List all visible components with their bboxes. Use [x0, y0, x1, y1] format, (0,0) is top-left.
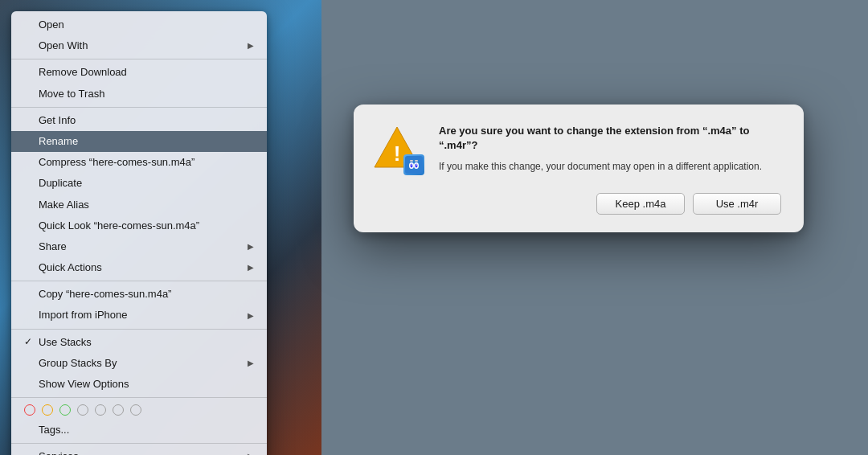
menu-item-copy[interactable]: Copy “here-comes-sun.m4a”	[11, 284, 267, 305]
menu-label-quick-look: Quick Look “here-comes-sun.m4a”	[39, 219, 199, 233]
menu-item-import-from-iphone[interactable]: Import from iPhone▶	[11, 305, 267, 326]
tag-dot-4[interactable]	[95, 404, 106, 416]
menu-item-get-info[interactable]: Get Info	[11, 110, 267, 131]
dialog-title: Are you sure you want to change the exte…	[439, 124, 781, 153]
tag-dot-2[interactable]	[59, 404, 71, 416]
tag-dot-1[interactable]	[42, 404, 53, 416]
menu-item-show-view-options[interactable]: Show View Options	[11, 374, 267, 395]
menu-label-quick-actions: Quick Actions	[39, 260, 102, 275]
tag-dot-6[interactable]	[130, 404, 141, 416]
svg-point-6	[416, 164, 418, 168]
menu-item-use-stacks[interactable]: ✓Use Stacks	[11, 332, 267, 353]
menu-label-group-stacks-by: Group Stacks By	[39, 356, 117, 371]
menu-item-open[interactable]: Open	[11, 14, 267, 35]
menu-separator-separator6	[11, 443, 267, 444]
menu-tag-dots[interactable]	[11, 400, 267, 420]
menu-label-make-alias: Make Alias	[39, 198, 89, 212]
tag-dot-0[interactable]	[24, 404, 35, 416]
finder-face-icon	[403, 154, 424, 175]
menu-label-show-view-options: Show View Options	[39, 377, 129, 391]
rename-extension-dialog: ! Are you sure you want to change the ex…	[354, 105, 804, 232]
menu-item-share[interactable]: Share▶	[11, 236, 267, 257]
menu-item-move-to-trash[interactable]: Move to Trash	[11, 84, 267, 105]
checkmark-use-stacks: ✓	[24, 335, 32, 349]
arrow-import-from-iphone: ▶	[248, 310, 254, 322]
svg-point-7	[411, 164, 412, 166]
dialog-body: If you make this change, your document m…	[439, 159, 781, 174]
menu-item-tags[interactable]: Tags...	[11, 420, 267, 441]
svg-rect-9	[410, 160, 413, 162]
svg-rect-2	[405, 156, 423, 174]
menu-label-services: Services	[39, 449, 79, 455]
svg-text:!: !	[394, 141, 401, 166]
arrow-quick-actions: ▶	[248, 262, 254, 273]
menu-item-duplicate[interactable]: Duplicate	[11, 173, 267, 194]
menu-item-remove-download[interactable]: Remove Download	[11, 62, 267, 83]
arrow-open-with: ▶	[248, 40, 254, 51]
menu-item-quick-actions[interactable]: Quick Actions▶	[11, 257, 267, 278]
menu-label-open-with: Open With	[39, 39, 88, 53]
menu-label-rename: Rename	[39, 134, 78, 149]
menu-label-compress: Compress “here-comes-sun.m4a”	[39, 155, 194, 170]
menu-item-group-stacks-by[interactable]: Group Stacks By▶	[11, 353, 267, 374]
menu-separator-separator5	[11, 397, 267, 398]
arrow-services: ▶	[248, 451, 254, 455]
menu-separator-separator3	[11, 281, 267, 281]
menu-item-rename[interactable]: Rename	[11, 131, 267, 152]
menu-item-make-alias[interactable]: Make Alias	[11, 195, 267, 215]
tag-dot-3[interactable]	[77, 404, 88, 416]
menu-label-remove-download: Remove Download	[39, 65, 127, 80]
menu-separator-separator1	[11, 59, 267, 59]
arrow-group-stacks-by: ▶	[248, 358, 254, 369]
menu-item-quick-look[interactable]: Quick Look “here-comes-sun.m4a”	[11, 215, 267, 236]
menu-label-share: Share	[39, 240, 67, 254]
dialog-text-area: Are you sure you want to change the exte…	[439, 124, 781, 174]
menu-label-open: Open	[39, 18, 64, 32]
svg-rect-10	[415, 160, 418, 162]
menu-separator-separator4	[11, 329, 267, 330]
menu-separator-separator2	[11, 107, 267, 108]
menu-label-copy: Copy “here-comes-sun.m4a”	[39, 287, 171, 301]
menu-item-services[interactable]: Services▶	[11, 446, 267, 455]
menu-label-import-from-iphone: Import from iPhone	[39, 308, 128, 322]
keep-m4a-button[interactable]: Keep .m4a	[596, 193, 685, 215]
menu-item-compress[interactable]: Compress “here-comes-sun.m4a”	[11, 152, 267, 173]
menu-item-open-with[interactable]: Open With▶	[11, 35, 267, 56]
use-m4r-button[interactable]: Use .m4r	[693, 193, 781, 215]
tag-dot-5[interactable]	[113, 404, 124, 416]
menu-label-tags: Tags...	[39, 423, 69, 437]
context-menu: OpenOpen With▶Remove DownloadMove to Tra…	[11, 11, 267, 455]
svg-point-8	[416, 164, 417, 166]
dialog-buttons: Keep .m4a Use .m4r	[373, 193, 781, 215]
menu-label-use-stacks: Use Stacks	[39, 335, 92, 350]
arrow-share: ▶	[248, 241, 254, 252]
dialog-content-area: ! Are you sure you want to change the ex…	[373, 124, 781, 175]
menu-label-duplicate: Duplicate	[39, 176, 82, 191]
svg-point-5	[411, 164, 413, 168]
finder-face-svg	[405, 156, 423, 174]
warning-icon: !	[373, 124, 424, 175]
menu-label-get-info: Get Info	[39, 113, 76, 128]
menu-label-move-to-trash: Move to Trash	[39, 87, 104, 101]
